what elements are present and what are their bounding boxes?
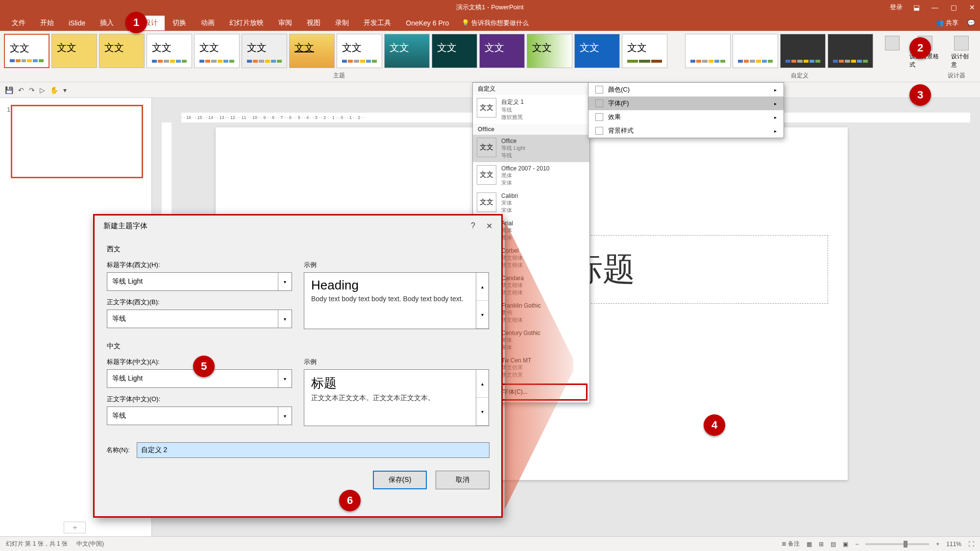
status-bar: 幻灯片 第 1 张，共 1 张 中文(中国) ≣ 备注 ▦ ⊞ ▤ ▣ − + …	[0, 536, 980, 551]
tab-record[interactable]: 录制	[328, 16, 356, 30]
spin-up-icon[interactable]: ▴	[476, 273, 489, 301]
share-button[interactable]: 👥 共享	[936, 19, 958, 27]
zoom-slider[interactable]	[865, 543, 929, 545]
view-normal-icon[interactable]: ▦	[807, 541, 812, 548]
variant-thumb[interactable]	[733, 34, 778, 68]
help-icon[interactable]: ?	[471, 221, 475, 231]
tab-developer[interactable]: 开发工具	[357, 16, 398, 30]
slide-size-icon	[885, 36, 900, 50]
close-window-icon[interactable]: ✕	[967, 3, 977, 11]
dialog-title: 新建主题字体	[103, 221, 147, 231]
chevron-down-icon[interactable]: ▾	[278, 273, 292, 290]
ribbon-display-icon[interactable]: ⬓	[911, 3, 921, 11]
callout-badge-1: 1	[125, 12, 147, 33]
chevron-down-icon[interactable]: ▾	[278, 407, 292, 425]
chevron-right-icon: ▸	[774, 128, 777, 134]
zoom-out-icon[interactable]: −	[855, 541, 858, 548]
zoom-level[interactable]: 111%	[946, 541, 961, 548]
ribbon-design: 文文 文文 文文 文文 文文 文文 文文 文文 文文 文文 文文 文文 文文 文…	[0, 31, 980, 82]
redo-icon[interactable]: ↷	[29, 86, 35, 94]
view-reading-icon[interactable]: ▤	[831, 541, 836, 548]
menu-fonts[interactable]: 字体(F)▸	[588, 96, 784, 110]
name-label: 名称(N):	[106, 446, 130, 455]
section-chinese: 中文	[107, 342, 489, 351]
spin-down-icon[interactable]: ▾	[476, 398, 489, 426]
menu-bgstyles[interactable]: 背景样式▸	[588, 124, 784, 138]
callout-badge-4: 4	[704, 414, 725, 436]
tab-insert[interactable]: 插入	[93, 16, 121, 30]
tab-transitions[interactable]: 切换	[166, 16, 193, 30]
login-label[interactable]: 登录	[890, 3, 903, 12]
close-icon[interactable]: ✕	[486, 221, 492, 231]
cancel-button[interactable]: 取消	[436, 471, 490, 489]
chevron-down-icon[interactable]: ▾	[278, 310, 292, 328]
save-icon[interactable]: 💾	[5, 86, 13, 94]
undo-icon[interactable]: ↶	[18, 86, 24, 94]
theme-thumb[interactable]: 文文	[242, 34, 287, 68]
theme-thumb[interactable]: 文文	[384, 34, 430, 68]
theme-thumb[interactable]: 文文	[99, 34, 145, 68]
theme-thumb[interactable]: 文文	[432, 34, 477, 68]
slide-thumbnail-1[interactable]	[11, 105, 143, 178]
font-scheme-item[interactable]: 文文Calibri宋体宋体	[473, 190, 589, 217]
variant-thumb[interactable]	[685, 34, 731, 68]
font-scheme-item[interactable]: 文文 自定义 1等线微软雅黑	[473, 95, 589, 124]
theme-thumb[interactable]: 文文	[194, 34, 240, 68]
tab-home[interactable]: 开始	[33, 16, 61, 30]
start-slideshow-icon[interactable]: ▷	[40, 86, 45, 94]
body-chinese-combo[interactable]: 等线▾	[107, 407, 292, 425]
view-sorter-icon[interactable]: ⊞	[819, 541, 824, 548]
add-slide-button[interactable]: ＋	[64, 522, 86, 533]
theme-thumb[interactable]: 文文	[527, 34, 572, 68]
font-scheme-item[interactable]: 文文Office 2007 - 2010黑体宋体	[473, 162, 589, 190]
theme-thumb[interactable]: 文文	[574, 34, 620, 68]
zoom-in-icon[interactable]: +	[936, 541, 939, 548]
tab-islide[interactable]: iSlide	[62, 16, 92, 30]
tab-file[interactable]: 文件	[5, 16, 32, 30]
fit-window-icon[interactable]: ⛶	[968, 541, 974, 548]
tab-view[interactable]: 视图	[300, 16, 327, 30]
tell-me[interactable]: 💡告诉我你想要做什么	[462, 19, 529, 27]
document-title: 演示文稿1 - PowerPoint	[456, 3, 523, 12]
name-input[interactable]	[137, 442, 490, 458]
language-label[interactable]: 中文(中国)	[76, 540, 104, 548]
notes-button[interactable]: ≣ 备注	[782, 540, 800, 548]
theme-thumb[interactable]: 文文	[4, 34, 49, 68]
variant-thumb[interactable]	[780, 34, 826, 68]
tab-review[interactable]: 审阅	[271, 16, 299, 30]
callout-badge-3: 3	[909, 84, 931, 106]
design-ideas-button[interactable]: 设计创意	[949, 34, 974, 71]
theme-thumb[interactable]: 文文	[51, 34, 97, 68]
tab-slideshow[interactable]: 幻灯片放映	[222, 16, 270, 30]
minimize-icon[interactable]: —	[930, 3, 940, 11]
view-slideshow-icon[interactable]: ▣	[843, 541, 848, 548]
chevron-right-icon: ▸	[774, 115, 777, 120]
theme-thumb[interactable]: 文文	[622, 34, 667, 68]
menu-effects[interactable]: 效果▸	[588, 110, 784, 124]
variants-gallery[interactable]	[681, 31, 877, 82]
theme-thumb[interactable]: 文文	[289, 34, 335, 68]
spin-down-icon[interactable]: ▾	[476, 301, 489, 329]
tab-onekey[interactable]: OneKey 6 Pro	[399, 16, 456, 30]
menu-colors[interactable]: 颜色(C)▸	[588, 83, 784, 96]
theme-thumb[interactable]: 文文	[337, 34, 382, 68]
qat-more-icon[interactable]: ▾	[63, 86, 67, 94]
theme-thumb[interactable]: 文文	[147, 34, 192, 68]
new-theme-fonts-dialog: 新建主题字体 ? ✕ 西文 标题字体(西文)(H): 等线 Light▾ 正文字…	[93, 214, 503, 518]
chevron-down-icon[interactable]: ▾	[278, 370, 292, 387]
touch-mode-icon[interactable]: ✋	[50, 86, 58, 94]
variant-thumb[interactable]	[828, 34, 873, 68]
comments-icon[interactable]: 💬	[967, 19, 975, 26]
spin-up-icon[interactable]: ▴	[476, 370, 489, 398]
heading-western-combo[interactable]: 等线 Light▾	[107, 272, 292, 291]
tab-animations[interactable]: 动画	[194, 16, 221, 30]
theme-thumb[interactable]: 文文	[479, 34, 525, 68]
slide-size-button[interactable]	[883, 34, 902, 52]
font-scheme-item[interactable]: 文文Office等线 Light等线	[473, 135, 589, 162]
body-western-combo[interactable]: 等线▾	[107, 310, 292, 328]
custom-group-label: 自定义	[791, 72, 808, 80]
bulb-icon: 💡	[462, 19, 469, 26]
bgstyles-icon	[595, 127, 603, 135]
save-button[interactable]: 保存(S)	[373, 471, 427, 489]
maximize-icon[interactable]: ▢	[949, 3, 958, 11]
